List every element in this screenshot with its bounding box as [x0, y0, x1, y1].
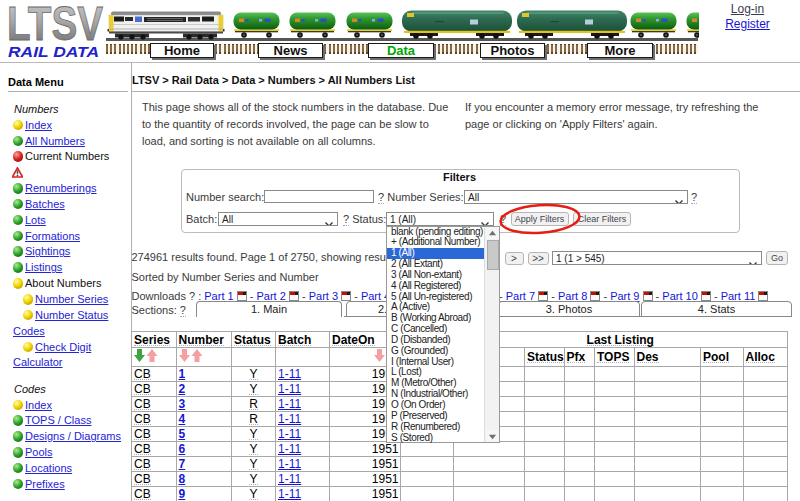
svg-text:RAIL DATA: RAIL DATA [8, 43, 99, 60]
